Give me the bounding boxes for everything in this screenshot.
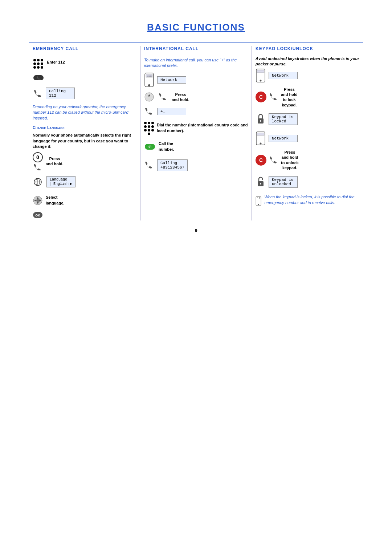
call-button-icon: 📞 <box>33 74 44 82</box>
svg-rect-23 <box>257 70 264 73</box>
svg-text:✆: ✆ <box>148 145 151 149</box>
svg-point-31 <box>260 183 261 185</box>
svg-point-33 <box>258 204 259 205</box>
enter-112: Enter 112 <box>47 60 136 65</box>
press-hold-intl: Press and hold. <box>172 92 189 102</box>
globe-icon <box>33 177 44 187</box>
svg-text:*: * <box>148 94 150 100</box>
calling-intl-screen: Calling +831234567 <box>157 159 188 171</box>
info-phone-icon <box>256 193 261 209</box>
plus-screen: +_ <box>157 108 186 115</box>
select-label: Select language. <box>46 195 64 206</box>
keypad-header: Keypad Lock/Unlock <box>256 46 359 52</box>
emergency-header: Emergency Call <box>33 46 136 52</box>
phone-calling-icon-2 <box>144 162 154 169</box>
svg-point-29 <box>260 142 262 144</box>
when-locked-text: When the keypad is locked, it is possibl… <box>264 194 359 206</box>
svg-text:phone: phone <box>147 75 152 77</box>
svg-text:📞: 📞 <box>36 76 41 80</box>
network-screen-2: Network <box>269 72 298 79</box>
svg-text:OK: OK <box>35 214 40 217</box>
padlock-unlocked-icon <box>256 176 266 188</box>
change-language-text: Normally your phone automatically select… <box>33 133 136 149</box>
phone-icon-4 <box>144 108 154 115</box>
phone-icon-5 <box>269 93 279 101</box>
dial-text: Dial the number (international country c… <box>157 122 248 134</box>
padlock-locked-icon <box>256 113 266 125</box>
c-button-unlock: C <box>256 155 266 166</box>
page-number: 9 <box>195 228 197 233</box>
ok-button-icon: OK <box>33 212 43 218</box>
press-hold-lock: Press and hold to lock keypad. <box>281 87 298 108</box>
phone-keypad-icon-2 <box>256 131 266 145</box>
phone-icon-2 <box>33 164 43 170</box>
international-column: International Call To make an internatio… <box>140 46 252 220</box>
press-hold-label: Press and hold. <box>46 156 64 167</box>
phone-icon-6 <box>269 157 279 164</box>
nav-cross-icon <box>33 195 43 206</box>
phone-intl-icon: phone <box>144 72 154 88</box>
phone-calling-icon <box>33 90 43 97</box>
svg-point-26 <box>260 120 261 122</box>
calling-screen: Calling 112 <box>46 88 75 99</box>
network-screen-3: Network <box>269 135 298 142</box>
keypad-locked-screen: Keypad is locked <box>269 113 298 125</box>
svg-point-24 <box>260 80 262 81</box>
green-call-icon: ✆ <box>144 143 156 151</box>
avoid-text: Avoid undesired keystrokes when the phon… <box>256 56 359 67</box>
svg-point-34 <box>259 197 261 199</box>
international-instruction: To make an international call, you can u… <box>144 57 248 69</box>
language-screen: Language | English ▶ <box>46 176 75 187</box>
svg-point-16 <box>148 84 150 86</box>
page-title: Basic Functions <box>147 22 245 33</box>
emergency-instruction: Depending on your network operator, the … <box>33 104 136 121</box>
change-language-header: Change Language <box>33 125 136 130</box>
call-number-label: Call the number. <box>159 141 174 152</box>
network-screen-1: Network <box>157 76 186 84</box>
star-key-icon: * <box>144 92 154 102</box>
keypad-column: Keypad Lock/Unlock Avoid undesired keyst… <box>252 46 363 220</box>
phone-keypad-icon-1 <box>256 69 266 82</box>
c-button-lock: C <box>256 92 266 102</box>
press-hold-unlock: Press and hold to unlock keypad. <box>281 150 299 170</box>
emergency-column: Emergency Call <box>29 46 140 220</box>
phone-icon-3 <box>158 93 168 101</box>
zero-key: 0 <box>33 152 43 162</box>
international-header: International Call <box>144 46 248 52</box>
svg-point-11 <box>36 199 39 202</box>
svg-rect-28 <box>257 133 264 135</box>
keypad-unlocked-screen: Keypad is unlocked <box>269 176 298 188</box>
